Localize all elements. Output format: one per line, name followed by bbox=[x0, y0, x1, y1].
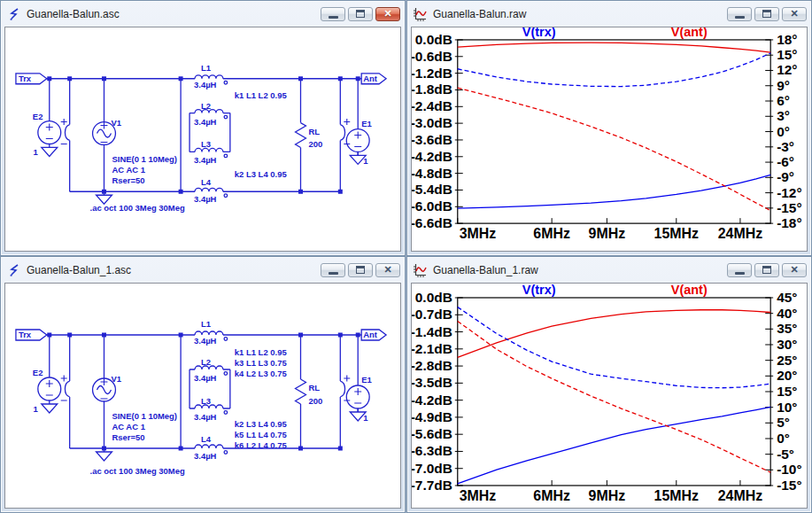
minimize-button[interactable] bbox=[321, 263, 345, 277]
x-tick-label: 6MHz bbox=[533, 226, 570, 241]
maximize-button[interactable] bbox=[348, 263, 373, 277]
curve-v-ant-phase bbox=[458, 88, 770, 211]
y-right-tick-label: 45° bbox=[777, 290, 797, 305]
window-title: Guanella-Balun_1.raw bbox=[433, 264, 727, 276]
maximize-button[interactable] bbox=[754, 7, 779, 21]
titlebar-plot-2[interactable]: Guanella-Balun_1.raw ✕ bbox=[407, 257, 811, 282]
x-tick-label: 9MHz bbox=[589, 226, 626, 241]
y-left-tick-label: -4.9dB bbox=[412, 409, 452, 424]
titlebar-schematic-2[interactable]: Guanella-Balun_1.asc ✕ bbox=[1, 257, 405, 282]
y-right-tick-label: 25° bbox=[777, 353, 797, 368]
close-button[interactable]: ✕ bbox=[782, 7, 807, 21]
close-button[interactable]: ✕ bbox=[375, 7, 400, 21]
label-v1-sine: SINE(0 1 10Meg) bbox=[112, 154, 177, 164]
curve-v-trx-magnitude bbox=[458, 407, 770, 483]
window-plot-2: Guanella-Balun_1.raw ✕ 0.0dB-0.7dB-1.4dB… bbox=[406, 256, 812, 513]
y-right-tick-label: -3° bbox=[777, 139, 794, 154]
spice-directive: .ac oct 100 3Meg 30Meg bbox=[90, 466, 185, 476]
window-schematic-2: Guanella-Balun_1.asc ✕ bbox=[0, 256, 406, 513]
curve-v-ant-magnitude bbox=[458, 310, 770, 358]
y-left-tick-label: -4.2dB bbox=[412, 149, 452, 164]
plot-canvas-2[interactable]: 0.0dB-0.7dB-1.4dB-2.1dB-2.8dB-3.5dB-4.2d… bbox=[411, 283, 808, 509]
y-right-tick-label: 9° bbox=[777, 78, 790, 93]
x-tick-label: 3MHz bbox=[460, 226, 497, 241]
label-v1: V1 bbox=[111, 118, 121, 128]
minimize-button[interactable] bbox=[727, 7, 752, 21]
y-right-tick-label: 18° bbox=[777, 32, 797, 47]
minimize-button[interactable] bbox=[727, 263, 752, 277]
legend-vant[interactable]: V(ant) bbox=[671, 27, 708, 39]
y-left-tick-label: -1.2dB bbox=[412, 66, 452, 81]
plot-canvas-1[interactable]: 0.0dB-0.6dB-1.2dB-1.8dB-2.4dB-3.0dB-3.6d… bbox=[411, 27, 808, 252]
curve-v-trx-phase bbox=[458, 53, 770, 87]
schematic-drawing-1: Trx Ant E2 1 V1 SINE(0 1 10Meg) AC AC 1 … bbox=[5, 27, 400, 251]
label-k-line: k4 L2 L3 0.75 bbox=[235, 369, 287, 378]
y-left-tick-label: -2.4dB bbox=[412, 98, 452, 113]
y-left-tick-label: -5.6dB bbox=[412, 426, 452, 441]
resistor-rl bbox=[296, 379, 306, 404]
y-right-tick-label: 35° bbox=[777, 321, 797, 336]
titlebar-plot-1[interactable]: Guanella-Balun.raw ✕ bbox=[407, 1, 811, 26]
schematic-drawing-2: Trx Ant E2 1 V1 SINE(0 1 10Meg) AC AC 1 … bbox=[5, 284, 400, 508]
legend-vtrx[interactable]: V(trx) bbox=[522, 284, 556, 297]
y-right-tick-label: 15° bbox=[777, 384, 797, 399]
spice-directive: .ac oct 100 3Meg 30Meg bbox=[90, 203, 185, 213]
inductor-l1 bbox=[195, 331, 223, 335]
legend-vtrx[interactable]: V(trx) bbox=[522, 27, 556, 39]
y-left-tick-label: -4.8dB bbox=[412, 166, 452, 181]
label-l2-value: 3.4µH bbox=[194, 373, 217, 383]
y-left-tick-label: -6.3dB bbox=[412, 443, 452, 458]
label-l3-value: 3.4µH bbox=[194, 155, 217, 165]
schematic-canvas-1[interactable]: Trx Ant E2 1 V1 SINE(0 1 10Meg) AC AC 1 … bbox=[4, 27, 401, 252]
y-left-tick-label: -6.6dB bbox=[412, 215, 452, 230]
legend-vant[interactable]: V(ant) bbox=[671, 284, 708, 297]
y-right-tick-label: 30° bbox=[777, 337, 797, 352]
ltspice-schematic-icon bbox=[7, 263, 21, 277]
x-tick-label: 15MHz bbox=[654, 488, 699, 503]
label-l3-value: 3.4µH bbox=[194, 412, 217, 422]
inductor-l1 bbox=[195, 75, 223, 79]
waveform-plot-1: 0.0dB-0.6dB-1.2dB-1.8dB-2.4dB-3.0dB-3.6d… bbox=[412, 27, 807, 251]
y-left-tick-label: -4.2dB bbox=[412, 393, 452, 408]
plot-box bbox=[458, 298, 770, 486]
label-l1: L1 bbox=[201, 63, 211, 73]
label-e2: E2 bbox=[33, 368, 43, 377]
ltspice-schematic-icon bbox=[7, 7, 21, 21]
maximize-button[interactable] bbox=[348, 7, 373, 21]
close-button[interactable]: ✕ bbox=[782, 263, 807, 277]
y-right-tick-label: -5° bbox=[777, 447, 794, 462]
y-right-tick-label: 5° bbox=[777, 415, 790, 430]
minimize-button[interactable] bbox=[321, 7, 345, 21]
waveform-plot-2: 0.0dB-0.7dB-1.4dB-2.1dB-2.8dB-3.5dB-4.2d… bbox=[412, 284, 807, 508]
label-k-line: k6 L2 L4 0.75 bbox=[235, 440, 287, 450]
maximize-button[interactable] bbox=[754, 263, 779, 277]
x-tick-label: 24MHz bbox=[718, 226, 762, 241]
y-left-tick-label: -7.0dB bbox=[412, 461, 452, 476]
y-left-tick-label: -3.0dB bbox=[412, 115, 452, 130]
resistor-rl bbox=[296, 123, 306, 148]
y-left-tick-label: -6.0dB bbox=[412, 198, 452, 214]
titlebar-schematic-1[interactable]: Guanella-Balun.asc ✕ bbox=[1, 1, 405, 26]
y-left-tick-label: -2.1dB bbox=[412, 341, 452, 356]
inductor-l4 bbox=[195, 445, 223, 448]
y-right-tick-label: -6° bbox=[777, 154, 794, 169]
window-plot-1: Guanella-Balun.raw ✕ 0.0dB-0.6dB-1.2dB-1… bbox=[406, 0, 812, 256]
window-title: Guanella-Balun.asc bbox=[27, 8, 321, 20]
label-l4-value: 3.4µH bbox=[194, 451, 217, 461]
y-left-tick-label: -0.7dB bbox=[412, 307, 452, 322]
label-v1-sine: SINE(0 1 10Meg) bbox=[112, 411, 177, 421]
close-button[interactable]: ✕ bbox=[375, 263, 400, 277]
ltspice-waveform-icon bbox=[414, 7, 428, 21]
y-right-tick-label: 15° bbox=[777, 47, 797, 62]
schematic-canvas-2[interactable]: Trx Ant E2 1 V1 SINE(0 1 10Meg) AC AC 1 … bbox=[4, 283, 401, 509]
label-k-line: k3 L1 L3 0.75 bbox=[235, 358, 287, 368]
label-v1: V1 bbox=[111, 374, 121, 384]
label-v1-ac: AC AC 1 bbox=[112, 165, 144, 175]
label-k-line: k5 L1 L4 0.75 bbox=[235, 430, 287, 439]
label-k-line: k2 L3 L4 0.95 bbox=[235, 169, 287, 179]
label-k-line: k1 L1 L2 0.95 bbox=[235, 90, 287, 100]
curve-v-trx-phase bbox=[458, 307, 770, 388]
label-rl: RL bbox=[308, 127, 320, 136]
y-left-tick-label: -3.6dB bbox=[412, 132, 452, 147]
flag-label-trx: Trx bbox=[19, 330, 32, 339]
